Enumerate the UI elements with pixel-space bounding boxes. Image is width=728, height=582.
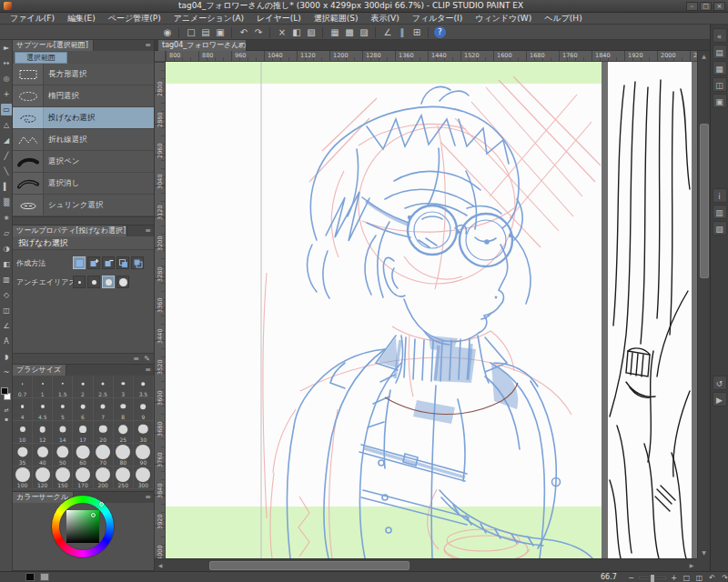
- intersect-selection-icon[interactable]: [116, 256, 129, 269]
- brush-size-cell[interactable]: 200: [94, 467, 114, 489]
- rotate-right-icon[interactable]: ↷: [720, 573, 728, 582]
- menu-item-filter[interactable]: フィルター(I): [406, 13, 470, 25]
- menu-item-help[interactable]: ヘルプ(H): [538, 13, 588, 25]
- brush-size-cell[interactable]: 5: [53, 398, 73, 421]
- auto-action-palette-icon[interactable]: ▶: [713, 392, 727, 406]
- save-icon[interactable]: ▣: [214, 26, 227, 39]
- menu-item-window[interactable]: ウィンドウ(W): [469, 13, 538, 25]
- brush-size-cell[interactable]: 6: [73, 398, 93, 421]
- airbrush-tool-icon[interactable]: ▒: [1, 196, 12, 208]
- brush-size-cell[interactable]: 300: [134, 467, 154, 489]
- open-icon[interactable]: ▤: [199, 26, 212, 39]
- text-tool-icon[interactable]: A: [1, 336, 12, 347]
- blend-tool-icon[interactable]: ◑: [1, 243, 12, 255]
- balloon-tool-icon[interactable]: ◗: [1, 351, 12, 363]
- brush-size-cell[interactable]: 150: [53, 467, 73, 489]
- decoration-tool-icon[interactable]: ∗: [1, 212, 12, 224]
- vertical-scrollbar-thumb[interactable]: [700, 124, 709, 278]
- wrench-icon[interactable]: ✎: [144, 355, 150, 363]
- document-tab[interactable]: tag04_フォロワーさんの推し ×: [158, 40, 246, 51]
- brush-size-cell[interactable]: 2.5: [94, 376, 114, 398]
- horizontal-scrollbar[interactable]: ◀ ▶: [155, 558, 697, 571]
- brush-size-cell[interactable]: 70: [94, 444, 114, 467]
- sub-view-palette-icon[interactable]: ▣: [713, 94, 727, 108]
- subtool-palette-tab[interactable]: サブツール[選択範囲]: [13, 40, 94, 51]
- antialias-middle-icon[interactable]: [102, 276, 115, 288]
- zoom-out-icon[interactable]: −: [626, 573, 636, 582]
- palette-menu-icon[interactable]: ≡: [145, 492, 151, 503]
- subtool-item-shrink-select[interactable]: シュリンク選択: [13, 195, 154, 216]
- snap-ruler-icon[interactable]: ∠: [381, 26, 394, 39]
- antialias-strong-icon[interactable]: [116, 276, 129, 288]
- brush-size-cell[interactable]: 90: [134, 444, 154, 467]
- subtool-group-button[interactable]: 選択範囲: [15, 52, 67, 64]
- close-button[interactable]: ×: [713, 2, 725, 11]
- antialias-none-icon[interactable]: [73, 276, 86, 288]
- fill-icon[interactable]: ▧: [305, 26, 318, 39]
- create-new-selection-icon[interactable]: [73, 256, 86, 269]
- brush-size-cell[interactable]: 3: [114, 376, 134, 398]
- zoom-slider-thumb[interactable]: [651, 575, 654, 582]
- delete-outside-selection-icon[interactable]: ◧: [290, 26, 303, 39]
- zoom-reset-icon[interactable]: □: [682, 573, 692, 582]
- brush-size-cell[interactable]: 1.5: [53, 376, 73, 398]
- subtool-item-rectangle-select[interactable]: 長方形選択: [13, 64, 154, 85]
- layer-property-palette-icon[interactable]: ▥: [713, 205, 727, 219]
- tool-property-tab[interactable]: ツールプロパティ[投げなわ選択]: [13, 226, 127, 236]
- brush-size-cell[interactable]: 9: [134, 398, 154, 421]
- right-dock[interactable]: «▤▦◫▣i▥▧↺▶: [710, 25, 728, 571]
- menu-item-view[interactable]: 表示(V): [365, 13, 406, 25]
- brush-size-cell[interactable]: 60: [73, 444, 93, 467]
- swap-colors-icon[interactable]: ⇄: [1, 406, 12, 415]
- menu-bar[interactable]: ファイル(F)編集(E)ページ管理(P)アニメーション(A)レイヤー(L)選択範…: [0, 13, 728, 25]
- foreground-color-swatch[interactable]: [1, 387, 8, 395]
- collapse-dock-icon[interactable]: «: [713, 28, 727, 43]
- selection-tool-icon[interactable]: ▭: [1, 104, 12, 115]
- antialias-weak-icon[interactable]: [87, 276, 100, 288]
- brush-size-cell[interactable]: 14: [53, 421, 73, 444]
- zoom-in-icon[interactable]: +: [669, 573, 679, 582]
- menu-item-layer[interactable]: レイヤー(L): [250, 13, 308, 25]
- palette-menu-icon[interactable]: ≡: [145, 40, 151, 51]
- invert-selection-icon[interactable]: ▨: [358, 26, 370, 39]
- snap-grid-icon[interactable]: ⊞: [410, 26, 423, 39]
- clip-studio-icon[interactable]: ◉: [161, 26, 174, 39]
- sub-color-chip[interactable]: [40, 573, 49, 581]
- brush-tool-icon[interactable]: ▍: [1, 181, 12, 193]
- fill-tool-icon[interactable]: ◧: [1, 258, 12, 270]
- brush-size-cell[interactable]: 30: [134, 421, 154, 444]
- subtool-item-lasso-select[interactable]: 投げなわ選択: [13, 107, 154, 129]
- move-layer-tool-icon[interactable]: +: [1, 88, 12, 100]
- eraser-tool-icon[interactable]: ▱: [1, 227, 12, 239]
- figure-tool-icon[interactable]: ◇: [1, 289, 12, 301]
- delete-icon[interactable]: ×: [276, 26, 288, 39]
- undo-icon[interactable]: ↶: [238, 26, 250, 39]
- deselect-icon[interactable]: ▦: [329, 26, 341, 39]
- menu-item-file[interactable]: ファイル(F): [4, 13, 61, 25]
- menu-item-animation[interactable]: アニメーション(A): [167, 13, 250, 25]
- subtool-item-polyline-select[interactable]: 折れ線選択: [13, 129, 154, 151]
- history-palette-icon[interactable]: ↺: [713, 376, 727, 390]
- pen-tool-icon[interactable]: ╱: [1, 150, 12, 162]
- operation-tool-icon[interactable]: ►: [1, 42, 12, 54]
- menu-item-edit[interactable]: 編集(E): [61, 13, 102, 25]
- palette-menu-icon[interactable]: ≡: [145, 226, 151, 236]
- brush-size-cell[interactable]: 120: [33, 467, 53, 489]
- menu-item-page-manage[interactable]: ページ管理(P): [102, 13, 167, 25]
- detail-settings-icon[interactable]: ≡: [133, 355, 139, 363]
- ruler-tool-icon[interactable]: ∠: [1, 320, 12, 332]
- exclude-selection-icon[interactable]: [131, 256, 144, 269]
- auto-select-tool-icon[interactable]: △: [1, 119, 12, 131]
- scroll-right-icon[interactable]: ▶: [686, 559, 697, 571]
- horizontal-scrollbar-thumb[interactable]: [209, 561, 410, 570]
- brush-size-cell[interactable]: 0.7: [13, 376, 33, 398]
- brush-size-cell[interactable]: 4: [13, 398, 33, 421]
- brush-size-cell[interactable]: 8: [114, 398, 134, 421]
- redo-icon[interactable]: ↷: [252, 26, 265, 39]
- minimize-button[interactable]: –: [686, 2, 698, 11]
- add-selection-icon[interactable]: [87, 256, 100, 269]
- brush-size-cell[interactable]: 25: [114, 421, 134, 444]
- layer-palette-icon[interactable]: ▧: [713, 221, 727, 236]
- navigator-palette-icon[interactable]: ◫: [713, 77, 727, 92]
- menu-item-select[interactable]: 選択範囲(S): [308, 13, 365, 25]
